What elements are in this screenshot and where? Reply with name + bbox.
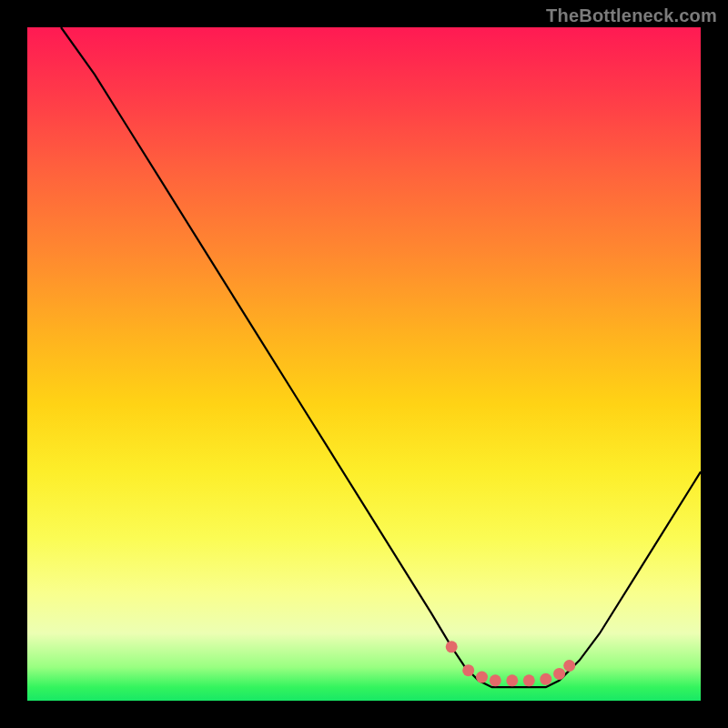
marker-dot [490, 674, 501, 686]
watermark-text: TheBottleneck.com [546, 5, 717, 26]
marker-dot [523, 674, 535, 686]
bottleneck-curve-path [61, 27, 701, 687]
marker-dot [540, 673, 551, 685]
optimal-zone-markers [446, 641, 576, 686]
chart-frame: TheBottleneck.com [0, 0, 728, 728]
chart-svg [27, 27, 701, 701]
marker-dot [553, 668, 565, 680]
marker-dot [476, 672, 488, 683]
plot-area [27, 27, 701, 701]
marker-dot [563, 660, 575, 672]
marker-dot [462, 664, 474, 676]
marker-dot [446, 641, 458, 652]
marker-dot [506, 674, 518, 686]
